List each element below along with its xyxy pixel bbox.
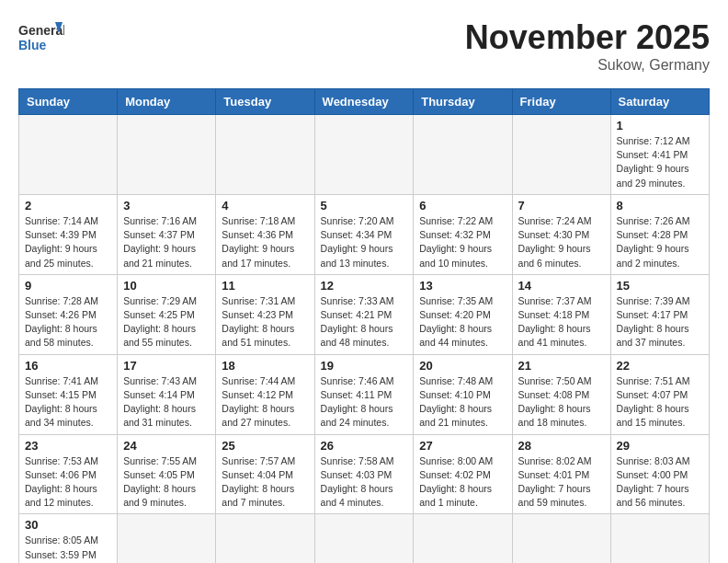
page-header: General Blue November 2025 Sukow, German… [18, 18, 710, 74]
day-28: 28 Sunrise: 8:02 AMSunset: 4:01 PMDaylig… [512, 434, 610, 514]
calendar-row-3: 9 Sunrise: 7:28 AMSunset: 4:26 PMDayligh… [19, 274, 710, 354]
calendar-row-5: 23 Sunrise: 7:53 AMSunset: 4:06 PMDaylig… [19, 434, 710, 514]
calendar-table: Sunday Monday Tuesday Wednesday Thursday… [18, 88, 710, 563]
col-wednesday: Wednesday [314, 89, 414, 115]
day-empty-5 [414, 115, 512, 195]
day-13: 13 Sunrise: 7:35 AMSunset: 4:20 PMDaylig… [414, 274, 512, 354]
day-5: 5 Sunrise: 7:20 AMSunset: 4:34 PMDayligh… [314, 194, 414, 274]
month-year: November 2025 [465, 18, 710, 57]
day-empty-r6-6 [512, 514, 610, 563]
col-friday: Friday [512, 89, 610, 115]
day-1: 1 Sunrise: 7:12 AM Sunset: 4:41 PM Dayli… [610, 115, 709, 195]
day-23: 23 Sunrise: 7:53 AMSunset: 4:06 PMDaylig… [19, 434, 118, 514]
calendar-row-1: 1 Sunrise: 7:12 AM Sunset: 4:41 PM Dayli… [19, 115, 710, 195]
calendar-row-4: 16 Sunrise: 7:41 AMSunset: 4:15 PMDaylig… [19, 354, 710, 434]
day-empty-2 [118, 115, 216, 195]
day-empty-3 [216, 115, 314, 195]
daylight-1: Daylight: 9 hours and 29 minutes. [617, 163, 689, 188]
day-26: 26 Sunrise: 7:58 AMSunset: 4:03 PMDaylig… [314, 434, 414, 514]
col-monday: Monday [118, 89, 216, 115]
day-empty-r6-7 [610, 514, 709, 563]
day-30: 30 Sunrise: 8:05 AMSunset: 3:59 PMDaylig… [19, 514, 118, 563]
sunset-1: Sunset: 4:41 PM [617, 149, 688, 160]
location: Sukow, Germany [465, 57, 710, 74]
day-21: 21 Sunrise: 7:50 AMSunset: 4:08 PMDaylig… [512, 354, 610, 434]
day-empty-1 [19, 115, 118, 195]
day-15: 15 Sunrise: 7:39 AMSunset: 4:17 PMDaylig… [610, 274, 709, 354]
day-6: 6 Sunrise: 7:22 AMSunset: 4:32 PMDayligh… [414, 194, 512, 274]
col-tuesday: Tuesday [216, 89, 314, 115]
logo-svg: General Blue [18, 18, 64, 59]
day-empty-r6-4 [314, 514, 414, 563]
svg-text:Blue: Blue [18, 38, 47, 52]
col-thursday: Thursday [414, 89, 512, 115]
day-12: 12 Sunrise: 7:33 AMSunset: 4:21 PMDaylig… [314, 274, 414, 354]
day-27: 27 Sunrise: 8:00 AMSunset: 4:02 PMDaylig… [414, 434, 512, 514]
day-11: 11 Sunrise: 7:31 AMSunset: 4:23 PMDaylig… [216, 274, 314, 354]
calendar-row-2: 2 Sunrise: 7:14 AMSunset: 4:39 PMDayligh… [19, 194, 710, 274]
col-sunday: Sunday [19, 89, 118, 115]
day-16: 16 Sunrise: 7:41 AMSunset: 4:15 PMDaylig… [19, 354, 118, 434]
day-4: 4 Sunrise: 7:18 AMSunset: 4:36 PMDayligh… [216, 194, 314, 274]
day-10: 10 Sunrise: 7:29 AMSunset: 4:25 PMDaylig… [118, 274, 216, 354]
day-empty-6 [512, 115, 610, 195]
logo: General Blue [18, 18, 64, 59]
day-empty-4 [314, 115, 414, 195]
day-7: 7 Sunrise: 7:24 AMSunset: 4:30 PMDayligh… [512, 194, 610, 274]
day-8: 8 Sunrise: 7:26 AMSunset: 4:28 PMDayligh… [610, 194, 709, 274]
day-empty-r6-3 [216, 514, 314, 563]
day-25: 25 Sunrise: 7:57 AMSunset: 4:04 PMDaylig… [216, 434, 314, 514]
day-19: 19 Sunrise: 7:46 AMSunset: 4:11 PMDaylig… [314, 354, 414, 434]
day-29: 29 Sunrise: 8:03 AMSunset: 4:00 PMDaylig… [610, 434, 709, 514]
title-block: November 2025 Sukow, Germany [465, 18, 710, 74]
day-24: 24 Sunrise: 7:55 AMSunset: 4:05 PMDaylig… [118, 434, 216, 514]
col-saturday: Saturday [610, 89, 709, 115]
day-18: 18 Sunrise: 7:44 AMSunset: 4:12 PMDaylig… [216, 354, 314, 434]
sunrise-1: Sunrise: 7:12 AM [617, 135, 690, 146]
day-17: 17 Sunrise: 7:43 AMSunset: 4:14 PMDaylig… [118, 354, 216, 434]
day-22: 22 Sunrise: 7:51 AMSunset: 4:07 PMDaylig… [610, 354, 709, 434]
day-3: 3 Sunrise: 7:16 AMSunset: 4:37 PMDayligh… [118, 194, 216, 274]
day-empty-r6-2 [118, 514, 216, 563]
day-9: 9 Sunrise: 7:28 AMSunset: 4:26 PMDayligh… [19, 274, 118, 354]
day-20: 20 Sunrise: 7:48 AMSunset: 4:10 PMDaylig… [414, 354, 512, 434]
calendar-row-6: 30 Sunrise: 8:05 AMSunset: 3:59 PMDaylig… [19, 514, 710, 563]
day-empty-r6-5 [414, 514, 512, 563]
day-2: 2 Sunrise: 7:14 AMSunset: 4:39 PMDayligh… [19, 194, 118, 274]
day-14: 14 Sunrise: 7:37 AMSunset: 4:18 PMDaylig… [512, 274, 610, 354]
